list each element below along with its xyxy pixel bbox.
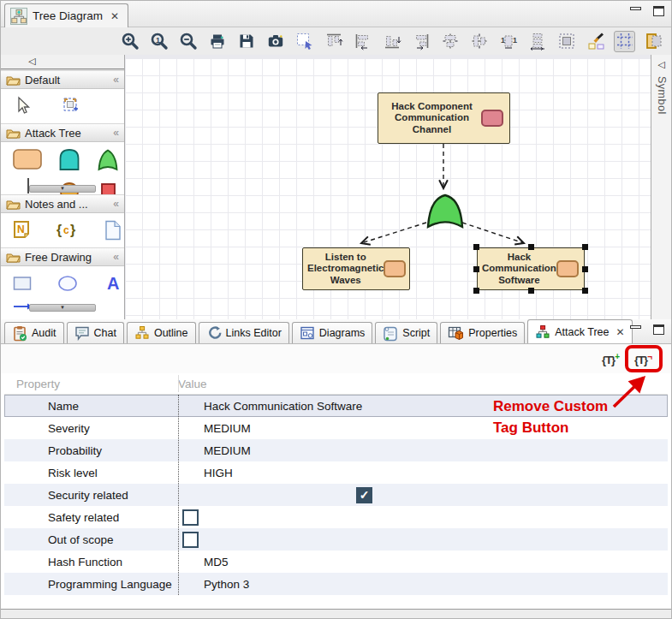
collapse-left-icon[interactable]: ◁ [657, 59, 664, 70]
edit-symbol-icon[interactable] [643, 31, 664, 52]
selection-handle-nw[interactable] [473, 244, 479, 250]
severity-badge[interactable] [556, 260, 579, 277]
frame-icon[interactable] [556, 31, 577, 52]
close-icon[interactable]: ✕ [110, 10, 119, 22]
application-window: Tree Diagram ✕ 1 11 ◁ [0, 0, 672, 619]
severity-badge[interactable] [481, 110, 503, 127]
tab-diagrams[interactable]: Diagrams [292, 322, 373, 343]
square-node-tool-icon[interactable] [96, 176, 120, 194]
constraint-tool-icon[interactable]: {c} [56, 219, 80, 241]
table-row-out-of-scope[interactable]: Out of scope [4, 528, 668, 551]
palette-section-free-drawing[interactable]: Free Drawing « [1, 247, 124, 266]
symbol-panel-strip: ◁ Symbol [651, 55, 671, 319]
center-vertically-icon[interactable] [468, 31, 490, 52]
select-area-icon[interactable] [294, 31, 315, 52]
tab-script[interactable]: Script [375, 322, 437, 343]
table-row-safety-related[interactable]: Safety related [4, 506, 668, 528]
maximize-icon[interactable] [653, 6, 664, 16]
and-gate-tool-icon[interactable] [57, 147, 81, 171]
node-listen-to-electromagnetic-waves[interactable]: Listen to Electromagnetic Waves [302, 247, 410, 290]
selection-handle-se[interactable] [582, 288, 588, 294]
value-cell[interactable]: MD5 [178, 556, 229, 568]
palette-collapse-bar[interactable]: ◁ [1, 55, 124, 70]
value-cell[interactable]: MEDIUM [178, 422, 251, 435]
tab-properties[interactable]: Properties [440, 322, 525, 343]
save-icon[interactable] [235, 31, 257, 52]
palette-section-label: Default [25, 74, 60, 86]
table-row-programming-language[interactable]: Programming Language Python 3 [4, 573, 668, 595]
rectangle-tool-icon[interactable] [12, 272, 34, 295]
node-hack-communication-software[interactable]: Hack Communication Software [477, 247, 585, 290]
folder-icon [6, 198, 21, 210]
close-icon[interactable]: ✕ [616, 326, 625, 338]
selection-handle-sw[interactable] [473, 288, 479, 294]
tab-audit[interactable]: Audit [4, 322, 64, 343]
distribute-icon[interactable] [526, 31, 548, 52]
selection-handle-ne[interactable] [582, 244, 588, 250]
tab-outline[interactable]: Outline [127, 322, 196, 343]
value-cell[interactable]: Python 3 [178, 578, 249, 591]
node-tool-icon[interactable] [12, 147, 43, 171]
table-row-probability[interactable]: Probability MEDIUM [4, 439, 668, 461]
marquee-zoom-tool-icon[interactable] [61, 95, 83, 117]
column-header-property[interactable]: Property [4, 378, 178, 390]
collapse-left-icon[interactable]: ◁ [28, 56, 35, 67]
or-gate[interactable] [425, 193, 466, 230]
pin-section-icon[interactable]: « [113, 198, 119, 210]
table-row-hash-function[interactable]: Hash Function MD5 [4, 551, 668, 573]
palette-section-attack-tree[interactable]: Attack Tree « [1, 123, 124, 142]
value-cell[interactable]: Hack Communication Software [178, 400, 362, 413]
severity-badge[interactable] [384, 260, 406, 277]
center-horizontally-icon[interactable] [439, 31, 461, 52]
match-size-icon[interactable]: 11 [497, 31, 519, 52]
document-tool-icon[interactable] [103, 219, 123, 241]
align-left-icon[interactable] [352, 31, 373, 52]
selection-handle-n[interactable] [528, 244, 534, 250]
scroll-down-indicator[interactable]: ▼ [29, 304, 96, 312]
pin-section-icon[interactable]: « [113, 251, 119, 263]
text-tool-icon[interactable]: A [104, 272, 123, 295]
note-tool-icon[interactable]: N [12, 219, 34, 241]
table-row-security-related[interactable]: Security related [4, 484, 668, 506]
add-custom-tag-button[interactable]: {T}+ [602, 352, 620, 366]
out-of-scope-checkbox[interactable] [182, 532, 199, 548]
toggle-grid-icon[interactable] [614, 31, 635, 52]
safety-related-checkbox[interactable] [182, 509, 199, 526]
table-row-risk-level[interactable]: Risk level HIGH [4, 461, 668, 484]
zoom-in-icon[interactable] [119, 31, 140, 52]
minimize-icon[interactable] [630, 7, 641, 10]
tab-attack-tree[interactable]: Attack Tree ✕ [527, 319, 632, 343]
zoom-out-icon[interactable] [177, 31, 199, 52]
pin-section-icon[interactable]: « [113, 127, 119, 139]
minimize-icon[interactable] [630, 325, 641, 329]
selection-handle-s[interactable] [528, 288, 534, 294]
column-header-value[interactable]: Value [178, 378, 207, 390]
align-bottom-icon[interactable] [381, 31, 402, 52]
print-icon[interactable] [206, 31, 228, 52]
selection-handle-e[interactable] [582, 266, 588, 272]
scroll-down-indicator[interactable]: ▼ [29, 185, 96, 193]
screenshot-icon[interactable] [265, 31, 286, 52]
maximize-icon[interactable] [653, 324, 664, 335]
tab-tree-diagram[interactable]: Tree Diagram ✕ [4, 3, 128, 27]
palette-free-drawing-overflow: ▼ [1, 301, 124, 314]
pin-section-icon[interactable]: « [113, 74, 119, 86]
select-tool-icon[interactable] [12, 95, 34, 117]
tab-links-editor[interactable]: Links Editor [199, 322, 289, 343]
diagram-canvas[interactable]: Hack Component Communication Channel Lis… [125, 55, 651, 319]
tab-chat[interactable]: Chat [67, 322, 124, 343]
node-hack-component-communication-channel[interactable]: Hack Component Communication Channel [378, 92, 510, 144]
security-related-checkbox[interactable] [356, 487, 372, 503]
align-top-icon[interactable] [323, 31, 344, 52]
value-cell[interactable]: HIGH [178, 467, 233, 479]
palette-section-default[interactable]: Default « [1, 70, 124, 89]
zoom-original-icon[interactable]: 1 [148, 31, 169, 52]
symbol-panel-label[interactable]: Symbol [656, 76, 668, 115]
selection-handle-w[interactable] [473, 266, 479, 272]
format-painter-icon[interactable] [585, 31, 606, 52]
value-cell[interactable]: MEDIUM [178, 444, 251, 457]
align-right-icon[interactable] [410, 31, 431, 52]
or-gate-tool-icon[interactable] [96, 147, 120, 171]
palette-section-notes[interactable]: Notes and ... « [1, 194, 124, 213]
ellipse-tool-icon[interactable] [56, 272, 80, 295]
